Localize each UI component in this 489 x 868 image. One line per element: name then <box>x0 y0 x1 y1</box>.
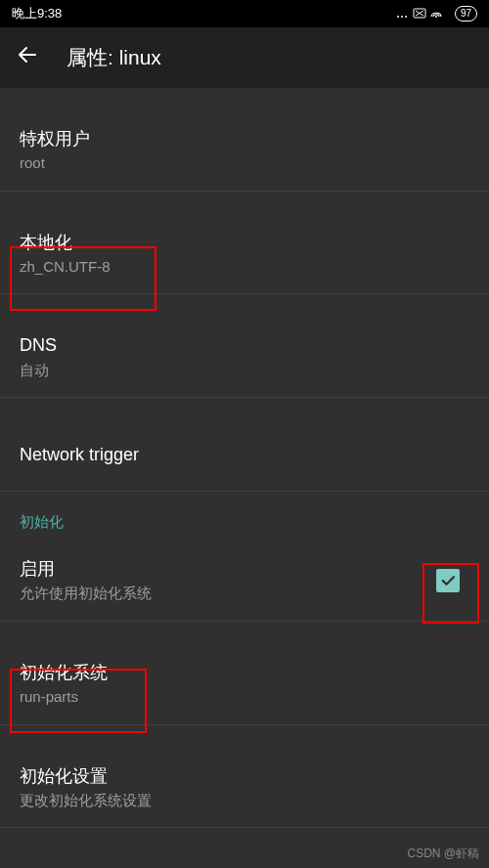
setting-title: 特权用户 <box>20 127 469 152</box>
setting-subtitle: 更改初始化系统设置 <box>20 791 469 810</box>
setting-network-trigger[interactable]: Network trigger <box>0 419 489 492</box>
setting-title: DNS <box>20 333 469 358</box>
back-icon[interactable] <box>16 43 39 72</box>
setting-title: 本地化 <box>20 231 469 255</box>
setting-title: 初始化系统 <box>20 661 469 685</box>
setting-init-enable[interactable]: 启用 允许使用初始化系统 <box>0 540 489 622</box>
setting-title: 启用 <box>20 557 436 582</box>
battery-icon: 97 <box>455 6 477 22</box>
status-time: 晚上9:38 <box>12 5 62 22</box>
setting-dns[interactable]: DNS 自动 <box>0 316 489 398</box>
setting-init-settings[interactable]: 初始化设置 更改初始化系统设置 <box>0 747 489 829</box>
settings-list: 特权用户 root 本地化 zh_CN.UTF-8 DNS 自动 Network… <box>0 109 489 828</box>
svg-point-2 <box>405 16 407 18</box>
checkbox-icon[interactable] <box>436 569 460 592</box>
status-bar: 晚上9:38 97 <box>0 0 489 27</box>
setting-subtitle: zh_CN.UTF-8 <box>20 257 469 277</box>
setting-init-system[interactable]: 初始化系统 run-parts <box>0 643 489 725</box>
setting-locale[interactable]: 本地化 zh_CN.UTF-8 <box>0 213 489 295</box>
page-title: 属性: linux <box>67 44 161 71</box>
svg-point-0 <box>397 16 399 18</box>
setting-text: 启用 允许使用初始化系统 <box>20 557 436 603</box>
watermark: CSDN @虾稿 <box>407 846 479 862</box>
setting-title: Network trigger <box>20 443 469 467</box>
svg-point-4 <box>435 16 437 18</box>
status-right: 97 <box>396 6 477 22</box>
setting-subtitle: run-parts <box>20 687 469 707</box>
svg-point-1 <box>401 16 403 18</box>
setting-subtitle: root <box>20 153 469 173</box>
setting-privileged-user[interactable]: 特权用户 root <box>0 109 489 192</box>
status-icons <box>396 6 449 22</box>
setting-subtitle: 自动 <box>20 361 469 380</box>
app-header: 属性: linux <box>0 27 489 88</box>
setting-title: 初始化设置 <box>20 764 469 789</box>
setting-subtitle: 允许使用初始化系统 <box>20 584 436 603</box>
section-header-init: 初始化 <box>0 492 489 540</box>
